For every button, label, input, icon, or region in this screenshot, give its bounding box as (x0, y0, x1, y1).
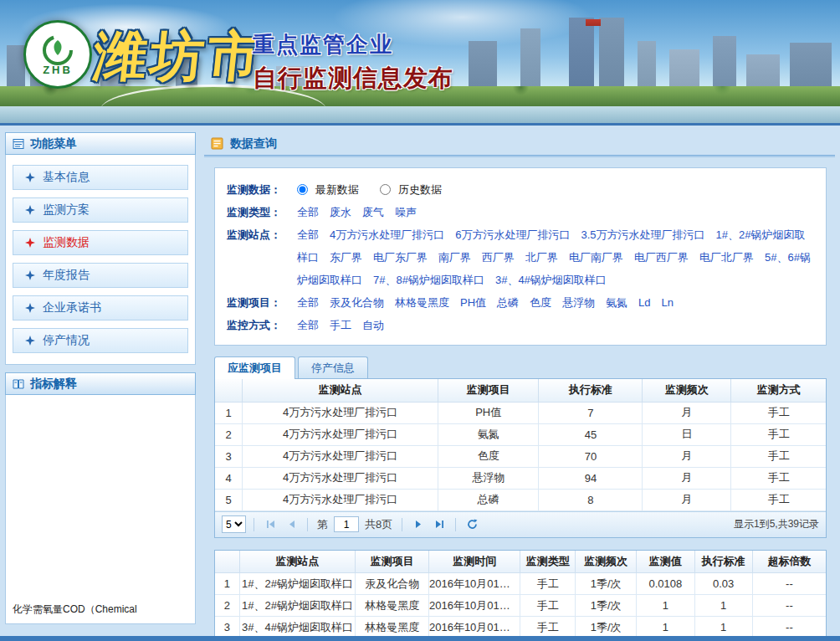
filter-option-link[interactable]: 全部 (297, 228, 319, 241)
tab-bar: 应监测项目 停产信息 (214, 356, 827, 378)
table-cell: 1季/次 (576, 573, 637, 595)
filter-label-data: 监测数据： (227, 178, 297, 201)
sidebar-item-annual-report[interactable]: 年度报告 (13, 263, 188, 288)
divider (455, 518, 456, 531)
table-row: 11#、2#锅炉烟囱取样口汞及化合物2016年10月01日-12手工1季/次0.… (215, 573, 826, 595)
data-query-icon (211, 137, 223, 150)
table-cell: 月 (643, 402, 731, 423)
table-cell: 色度 (438, 445, 538, 467)
table-cell: 月 (643, 467, 731, 489)
sidebar-item-label: 监测方案 (43, 203, 90, 218)
filter-option-link[interactable]: 南厂界 (438, 251, 471, 264)
indicator-panel: 化学需氧量COD（Chemical (5, 395, 196, 624)
filter-option-link[interactable]: 汞及化合物 (330, 296, 384, 309)
page-prefix-label: 第 (317, 517, 328, 532)
logo-text: ZHB (43, 64, 73, 76)
table-cell: 1#、2#锅炉烟囱取样口 (239, 595, 356, 617)
filter-option-link[interactable]: 悬浮物 (562, 296, 595, 309)
filter-option-link[interactable]: 废水 (330, 206, 351, 218)
next-page-button[interactable] (410, 516, 427, 533)
table-cell: 94 (539, 467, 643, 489)
sidebar-item-shutdown-status[interactable]: 停产情况 (13, 328, 188, 353)
table-row: 14万方污水处理厂排污口PH值7月手工 (215, 402, 826, 423)
sidebar-item-monitoring-data[interactable]: 监测数据 (13, 230, 188, 255)
filter-option-link[interactable]: 北厂界 (525, 251, 558, 264)
filter-option-link[interactable]: 4万方污水处理厂排污口 (330, 228, 444, 241)
table-cell: 月 (643, 489, 731, 510)
first-page-button[interactable] (262, 516, 279, 533)
table-body: 14万方污水处理厂排污口PH值7月手工24万方污水处理厂排污口氨氮45日手工34… (215, 402, 826, 510)
sidebar-item-monitoring-plan[interactable]: 监测方案 (13, 197, 188, 223)
column-header: 监测站点 (243, 379, 438, 402)
filter-option-link[interactable]: PH值 (460, 296, 486, 309)
radio-history-data[interactable]: 历史数据 (380, 183, 442, 196)
filter-option-link[interactable]: 电厂西厂界 (634, 251, 689, 264)
filter-option-link[interactable]: 电厂北厂界 (699, 251, 754, 264)
star-icon (25, 270, 35, 280)
filter-option-link[interactable]: 3#、4#锅炉烟囱取样口 (495, 274, 607, 286)
sidebar-item-commitment-letter[interactable]: 企业承诺书 (13, 295, 188, 320)
table-row: 24万方污水处理厂排污口氨氮45日手工 (215, 423, 826, 445)
filter-option-link[interactable]: 3.5万方污水处理厂排污口 (581, 228, 704, 241)
star-icon (25, 172, 35, 182)
prev-page-button[interactable] (283, 516, 300, 533)
table-cell: -- (752, 617, 826, 638)
site-logo: ZHB (23, 20, 92, 89)
tab-monitoring-items[interactable]: 应监测项目 (214, 356, 295, 379)
next-page-icon (414, 520, 423, 529)
table-cell: 手工 (731, 423, 826, 445)
table-cell: 1 (694, 595, 752, 617)
filter-option-link[interactable]: 电厂南厂界 (569, 251, 623, 264)
filter-row-type: 监测类型： 全部废水废气噪声 (227, 201, 816, 223)
filter-option-link[interactable]: 色度 (530, 296, 551, 309)
last-page-button[interactable] (431, 516, 448, 533)
filter-option-link[interactable]: 东厂界 (330, 251, 362, 264)
filter-option-link[interactable]: 林格曼黑度 (395, 296, 449, 309)
filter-options-method: 全部手工自动 (297, 314, 816, 336)
tab-shutdown-info[interactable]: 停产信息 (298, 356, 368, 378)
filter-option-link[interactable]: 7#、8#锅炉烟囱取样口 (373, 274, 484, 286)
site-subtitle: 重点监管企业 自行监测信息发布 (253, 30, 453, 95)
page-size-select[interactable]: 5 (222, 515, 246, 533)
table-head: 监测站点监测项目监测时间监测类型监测频次监测值执行标准超标倍数 (215, 551, 826, 573)
column-header: 超标倍数 (752, 551, 826, 573)
sidebar-item-label: 停产情况 (43, 333, 90, 348)
filter-option-link[interactable]: 电厂东厂界 (373, 251, 428, 264)
filter-option-link[interactable]: 总磷 (497, 296, 519, 309)
refresh-icon (467, 519, 478, 530)
column-header: 监测时间 (428, 551, 520, 573)
column-header: 执行标准 (539, 379, 643, 402)
filter-row-station: 监测站点： 全部4万方污水处理厂排污口6万方污水处理厂排污口3.5万方污水处理厂… (227, 223, 816, 291)
filter-option-link[interactable]: 6万方污水处理厂排污口 (455, 228, 570, 241)
column-header (215, 551, 239, 573)
radio-latest-data[interactable]: 最新数据 (297, 183, 361, 196)
table-cell: -- (752, 595, 826, 617)
table-body: 11#、2#锅炉烟囱取样口汞及化合物2016年10月01日-12手工1季/次0.… (215, 573, 826, 638)
table-cell: 4万方污水处理厂排污口 (243, 423, 438, 445)
filter-options-data: 最新数据 历史数据 (297, 178, 816, 201)
table-cell: 2016年10月01日-12 (428, 573, 520, 595)
table-cell: -- (752, 573, 826, 595)
filter-option-link[interactable]: 废气 (362, 206, 384, 218)
filter-option-link[interactable]: 全部 (297, 206, 319, 218)
page-number-input[interactable] (334, 516, 359, 532)
filter-option-link[interactable]: 全部 (297, 296, 319, 309)
filter-option-link[interactable]: 噪声 (395, 206, 417, 218)
filter-option-link[interactable]: 全部 (297, 319, 319, 331)
filter-label-project: 监测项目： (227, 291, 297, 314)
page-title: 数据查询 (230, 136, 277, 151)
column-header: 监测方式 (731, 379, 826, 402)
radio-history-input[interactable] (380, 184, 391, 195)
radio-latest-input[interactable] (297, 184, 308, 195)
filter-option-link[interactable]: 自动 (362, 319, 384, 331)
content: 功能菜单 基本信息 监测方案 监测数据 年度报告 (0, 126, 840, 639)
filter-option-link[interactable]: 手工 (330, 319, 351, 331)
refresh-button[interactable] (464, 516, 480, 533)
filter-option-link[interactable]: Ld (638, 296, 650, 309)
table-cell: 月 (643, 445, 731, 467)
filter-option-link[interactable]: 氨氮 (606, 296, 627, 309)
sidebar-item-basic-info[interactable]: 基本信息 (13, 165, 188, 190)
filter-option-link[interactable]: Ln (662, 296, 674, 309)
filter-option-link[interactable]: 西厂界 (482, 251, 515, 264)
radio-history-label: 历史数据 (398, 183, 442, 196)
